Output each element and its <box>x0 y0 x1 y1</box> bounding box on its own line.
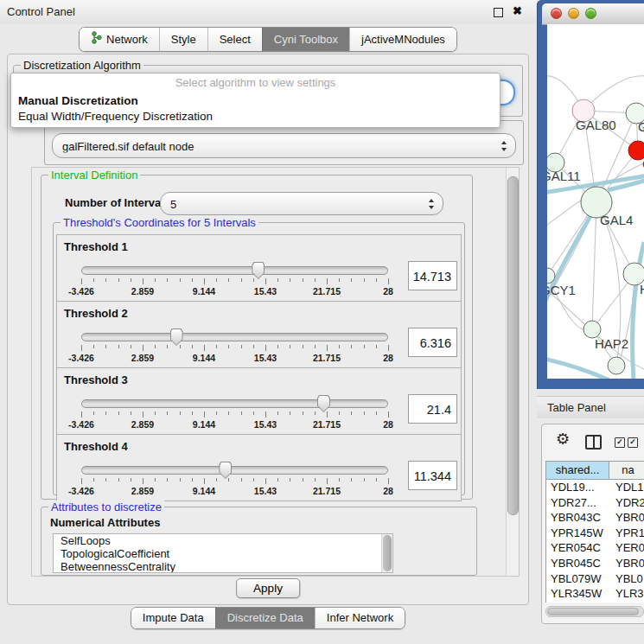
table-row[interactable]: YDL19...YDL1 <box>546 480 644 495</box>
slider-thumb[interactable] <box>219 462 232 479</box>
select-all-checkbox-icon[interactable]: ✓ <box>615 437 625 448</box>
tab-style[interactable]: Style <box>159 28 207 51</box>
slider: -3.4262.8599.14415.4321.71528 <box>81 399 388 430</box>
hap2-node[interactable] <box>583 321 601 338</box>
popup-option[interactable]: Manual Discretization <box>11 93 500 109</box>
close-icon[interactable]: ✖ <box>513 4 522 17</box>
scrollbar-thumb[interactable] <box>383 535 392 571</box>
select-checkbox-icon[interactable]: ✓ <box>628 437 638 448</box>
name-cell[interactable]: YER0 <box>609 540 644 556</box>
tick-mark <box>388 345 389 351</box>
float-window-icon[interactable] <box>494 8 503 17</box>
tab-impute-data[interactable]: Impute Data <box>131 608 215 628</box>
apply-button[interactable]: Apply <box>236 578 300 598</box>
bottom-node[interactable] <box>608 357 625 374</box>
shared-name-cell[interactable]: YBL079W <box>546 571 609 587</box>
shared-name-cell[interactable]: YPR145W <box>546 526 609 541</box>
scrollbar-thumb[interactable] <box>507 176 519 515</box>
tick-mark <box>303 345 303 348</box>
tick-mark <box>155 478 156 481</box>
tab-select[interactable]: Select <box>207 28 262 51</box>
threshold-value-field[interactable]: 6.316 <box>408 328 457 357</box>
slider-track[interactable] <box>81 333 388 341</box>
number-of-intervals-combobox[interactable]: 5 <box>160 192 443 215</box>
threshold-value-field[interactable]: 11.344 <box>408 461 457 490</box>
popup-option[interactable]: Equal Width/Frequency Discretization <box>11 109 500 124</box>
table-data-combobox[interactable]: galFiltered.sif default node <box>52 133 516 158</box>
stepper-icon <box>501 141 507 151</box>
column-header-name[interactable]: na <box>609 462 644 480</box>
threshold-value-field[interactable]: 14.713 <box>408 261 457 290</box>
shared-name-cell[interactable]: YDR27... <box>546 495 609 511</box>
settings-scrollbar[interactable] <box>506 168 519 576</box>
slider-ticks <box>81 345 388 352</box>
scrollbar-thumb[interactable] <box>547 608 639 615</box>
group-title: Threshold's Coordinates for 5 Intervals <box>61 216 258 229</box>
gal4-node-label: GAL4 <box>600 213 633 227</box>
column-header-shared-name[interactable]: shared... <box>546 462 609 480</box>
attribute-list-item[interactable]: BetweennessCentrality <box>54 560 392 573</box>
slider-track[interactable] <box>81 399 388 408</box>
table-row[interactable]: YIL052CYIL0 <box>546 602 644 603</box>
slider-thumb[interactable] <box>252 262 265 279</box>
tick-mark <box>228 345 229 348</box>
slider-thumb[interactable] <box>317 395 330 412</box>
name-cell[interactable]: YBL0 <box>609 571 644 587</box>
tick-mark <box>155 278 156 282</box>
attributes-listbox[interactable]: SelfLoopsTopologicalCoefficientBetweenne… <box>53 533 393 573</box>
shared-name-cell[interactable]: YBR043C <box>546 510 609 526</box>
tick-label: 9.144 <box>193 486 215 496</box>
table-row[interactable]: YBR045CYBR0 <box>546 556 644 571</box>
shared-name-cell[interactable]: YIL052C <box>546 602 609 603</box>
network-edge[interactable] <box>592 202 596 329</box>
attribute-list-item[interactable]: SelfLoops <box>54 534 392 547</box>
gear-icon[interactable]: ⚙ <box>556 431 570 447</box>
name-cell[interactable]: YPR1 <box>609 526 644 541</box>
network-canvas[interactable]: GAL80GCGAL11GAL4GCY1HHAP2 <box>547 24 644 379</box>
tab-jactivemnodules[interactable]: jActiveMNodules <box>349 28 456 51</box>
table-row[interactable]: YER054CYER0 <box>546 540 644 556</box>
slider-track[interactable] <box>81 266 388 275</box>
name-cell[interactable]: YBR0 <box>609 556 644 571</box>
slider-track[interactable] <box>81 466 388 475</box>
attributes-scrollbar[interactable] <box>381 534 392 572</box>
name-cell[interactable]: YDL1 <box>609 480 644 495</box>
shared-name-cell[interactable]: YER054C <box>546 540 609 556</box>
settings-scrollpane: Interval Definition Number of Intervals … <box>31 167 520 577</box>
tab-infer-network[interactable]: Infer Network <box>315 608 405 628</box>
zoom-traffic-light-icon[interactable] <box>585 8 596 19</box>
close-traffic-light-icon[interactable] <box>551 8 562 19</box>
table-row[interactable]: YPR145WYPR1 <box>546 526 644 541</box>
network-edge[interactable] <box>547 357 609 379</box>
network-graph[interactable]: GAL80GCGAL11GAL4GCY1HHAP2 <box>547 24 644 379</box>
shared-name-cell[interactable]: YDL19... <box>546 480 609 495</box>
tick-mark <box>131 345 131 348</box>
tick-mark <box>253 478 254 481</box>
split-column-icon[interactable] <box>585 435 602 450</box>
name-cell[interactable]: YDR2 <box>609 495 644 511</box>
table-row[interactable]: YDR27...YDR2 <box>546 495 644 511</box>
name-cell[interactable]: YBR0 <box>609 510 644 526</box>
network-window-titlebar[interactable] <box>542 3 644 25</box>
slider-thumb[interactable] <box>170 328 183 346</box>
table-row[interactable]: YBR043CYBR0 <box>546 510 644 526</box>
tab-cyni-toolbox[interactable]: Cyni Toolbox <box>262 28 349 51</box>
tab-discretize-data[interactable]: Discretize Data <box>215 608 315 628</box>
shared-name-cell[interactable]: YLR345W <box>546 586 609 602</box>
tick-mark <box>315 345 316 348</box>
tick-mark <box>204 345 205 351</box>
cyni-toolbox-panel: Discretization Algorithm Table Data galF… <box>7 54 529 605</box>
tick-label: 28 <box>383 353 393 363</box>
name-cell[interactable]: YLR3 <box>609 586 644 602</box>
attribute-list-item[interactable]: TopologicalCoefficient <box>54 547 392 560</box>
threshold-label: Threshold 1 <box>64 240 128 253</box>
table-row[interactable]: YLR345WYLR3 <box>546 586 644 602</box>
shared-name-cell[interactable]: YBR045C <box>546 556 609 571</box>
table-row[interactable]: YBL079WYBL0 <box>546 571 644 587</box>
minimize-traffic-light-icon[interactable] <box>568 8 579 19</box>
tab-network[interactable]: Network <box>80 28 159 51</box>
tick-mark <box>105 278 106 282</box>
name-cell[interactable]: YIL0 <box>609 602 644 603</box>
table-horizontal-scrollbar[interactable] <box>545 606 644 617</box>
threshold-value-field[interactable]: 21.4 <box>408 394 457 424</box>
